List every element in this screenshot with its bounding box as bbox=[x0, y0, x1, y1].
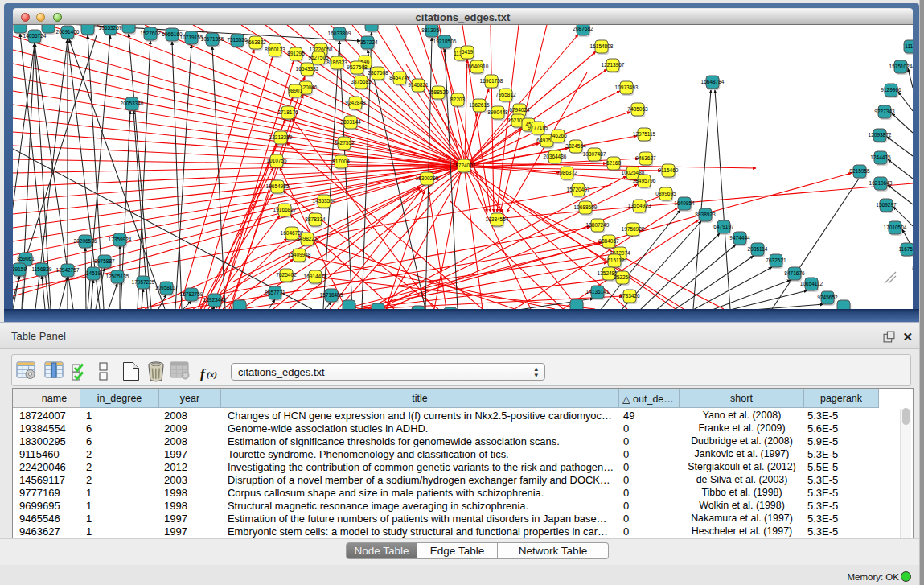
svg-text:1569297: 1569297 bbox=[876, 202, 897, 208]
svg-text:9245652: 9245652 bbox=[817, 295, 838, 300]
svg-text:7632621: 7632621 bbox=[766, 257, 786, 263]
svg-text:16543382: 16543382 bbox=[296, 66, 319, 72]
svg-text:18300295: 18300295 bbox=[416, 175, 439, 181]
svg-text:1010755: 1010755 bbox=[266, 158, 287, 163]
svg-text:2087682: 2087682 bbox=[573, 26, 593, 31]
svg-text:9474444: 9474444 bbox=[729, 235, 750, 241]
svg-text:19384554: 19384554 bbox=[486, 216, 509, 222]
svg-text:15720407: 15720407 bbox=[567, 187, 590, 192]
svg-text:10973493: 10973493 bbox=[615, 84, 639, 90]
svg-text:2867608: 2867608 bbox=[368, 70, 388, 76]
svg-text:10807487: 10807487 bbox=[583, 151, 606, 157]
svg-text:8454749: 8454749 bbox=[389, 75, 410, 80]
svg-text:252254: 252254 bbox=[614, 274, 631, 280]
svg-text:9657771: 9657771 bbox=[265, 290, 285, 295]
svg-text:15751024: 15751024 bbox=[889, 64, 913, 69]
svg-text:8990448: 8990448 bbox=[487, 109, 508, 115]
svg-text:16961758: 16961758 bbox=[480, 78, 503, 84]
svg-text:20364436: 20364436 bbox=[544, 154, 567, 159]
svg-text:19166827: 19166827 bbox=[273, 207, 297, 212]
svg-text:18807249: 18807249 bbox=[586, 222, 610, 228]
svg-text:5419: 5419 bbox=[462, 49, 474, 55]
svg-text:1362615: 1362615 bbox=[469, 102, 490, 108]
svg-text:62160: 62160 bbox=[606, 160, 621, 166]
svg-text:2803144: 2803144 bbox=[340, 119, 361, 125]
svg-text:9227343: 9227343 bbox=[874, 109, 895, 114]
svg-text:1588520: 1588520 bbox=[428, 89, 449, 95]
svg-text:8471676: 8471676 bbox=[784, 270, 805, 276]
svg-text:1733426: 1733426 bbox=[619, 293, 640, 299]
svg-text:16640910: 16640910 bbox=[466, 64, 489, 69]
svg-text:16210643: 16210643 bbox=[869, 180, 893, 186]
svg-text:12213389: 12213389 bbox=[269, 134, 293, 140]
svg-text:2718176: 2718176 bbox=[277, 109, 298, 115]
svg-text:12975115: 12975115 bbox=[633, 131, 656, 137]
svg-text:116753: 116753 bbox=[898, 246, 913, 252]
svg-text:6794024: 6794024 bbox=[509, 107, 530, 113]
svg-text:98901: 98901 bbox=[288, 88, 302, 93]
svg-text:9463627: 9463627 bbox=[635, 155, 656, 161]
svg-text:9129966: 9129966 bbox=[881, 87, 901, 93]
svg-text:746266: 746266 bbox=[549, 133, 567, 138]
svg-text:9115460: 9115460 bbox=[659, 167, 679, 173]
svg-text:19218506: 19218506 bbox=[433, 39, 457, 44]
svg-text:14136141: 14136141 bbox=[586, 289, 610, 295]
svg-text:9242848: 9242848 bbox=[345, 100, 366, 105]
svg-text:9527508: 9527508 bbox=[347, 64, 368, 70]
svg-text:16154808: 16154808 bbox=[590, 43, 614, 49]
svg-text:891295: 891295 bbox=[287, 51, 305, 56]
svg-text:3875685: 3875685 bbox=[351, 79, 372, 84]
svg-text:13654923: 13654923 bbox=[628, 203, 651, 208]
svg-text:8215955: 8215955 bbox=[849, 168, 870, 174]
svg-text:3498222: 3498222 bbox=[297, 236, 318, 241]
svg-text:1640954: 1640954 bbox=[674, 200, 695, 206]
svg-text:8960123: 8960123 bbox=[265, 47, 285, 52]
svg-text:16648784: 16648784 bbox=[701, 79, 725, 84]
svg-text:12093872: 12093872 bbox=[869, 132, 892, 138]
svg-text:1615112: 1615112 bbox=[605, 257, 625, 263]
svg-text:82203: 82203 bbox=[450, 97, 465, 102]
svg-text:16914479: 16914479 bbox=[304, 274, 327, 279]
svg-text:817004: 817004 bbox=[332, 159, 350, 164]
svg-text:6479197: 6479197 bbox=[713, 224, 734, 229]
svg-text:7986372: 7986372 bbox=[556, 170, 577, 175]
svg-text:3824554: 3824554 bbox=[565, 143, 586, 149]
svg-text:19756928: 19756928 bbox=[622, 226, 645, 232]
svg-text:7625402: 7625402 bbox=[276, 272, 297, 278]
svg-text:18495796: 18495796 bbox=[633, 178, 656, 183]
svg-text:7663822: 7663822 bbox=[245, 39, 266, 45]
svg-text:17010504: 17010504 bbox=[884, 225, 907, 230]
svg-text:2935114: 2935114 bbox=[748, 246, 768, 252]
svg-text:16033809: 16033809 bbox=[328, 31, 351, 36]
svg-text:(x): (x) bbox=[207, 369, 217, 380]
svg-text:9527506: 9527506 bbox=[308, 55, 329, 60]
svg-text:9146821: 9146821 bbox=[408, 82, 429, 88]
svg-text:19654985: 19654985 bbox=[266, 183, 290, 189]
svg-text:8813054: 8813054 bbox=[421, 27, 442, 33]
svg-text:12213967: 12213967 bbox=[602, 62, 625, 68]
svg-text:7955812: 7955812 bbox=[495, 92, 516, 97]
svg-text:15409948: 15409948 bbox=[288, 252, 311, 257]
svg-text:8938923: 8938923 bbox=[695, 212, 716, 217]
svg-text:8427552: 8427552 bbox=[334, 140, 355, 146]
svg-text:18724007: 18724007 bbox=[453, 163, 476, 168]
svg-text:1244415: 1244415 bbox=[870, 154, 891, 160]
svg-text:10654112: 10654112 bbox=[800, 281, 823, 286]
svg-text:16046738: 16046738 bbox=[281, 230, 304, 236]
svg-text:1112: 1112 bbox=[905, 43, 913, 49]
svg-text:8186323: 8186323 bbox=[326, 60, 347, 65]
svg-text:9777169: 9777169 bbox=[528, 125, 548, 130]
svg-text:7485063: 7485063 bbox=[627, 106, 648, 112]
svg-text:14353594: 14353594 bbox=[313, 198, 336, 204]
svg-text:9884067: 9884067 bbox=[598, 238, 619, 244]
svg-text:f: f bbox=[200, 366, 207, 381]
svg-text:7357224: 7357224 bbox=[357, 39, 378, 45]
svg-text:8878334: 8878334 bbox=[305, 216, 326, 222]
svg-text:15716485: 15716485 bbox=[320, 292, 343, 298]
svg-text:10688609: 10688609 bbox=[574, 204, 598, 210]
svg-text:0899695: 0899695 bbox=[655, 191, 676, 196]
